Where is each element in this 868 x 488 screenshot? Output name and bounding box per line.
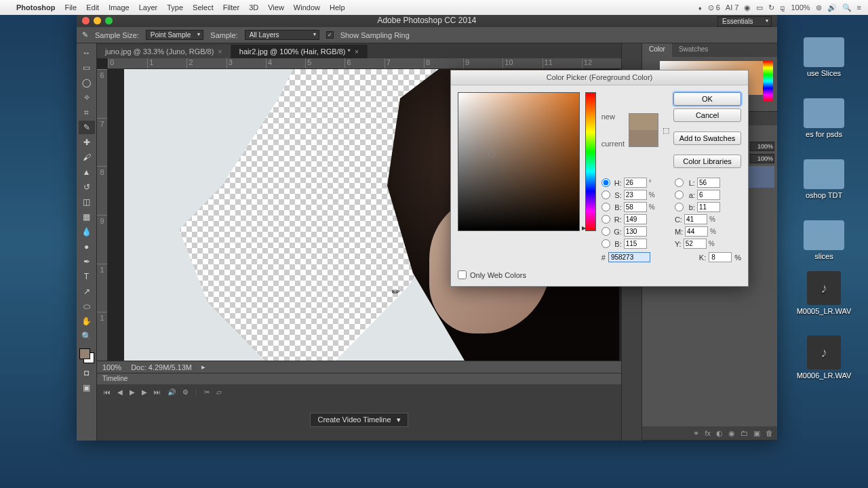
menu-window[interactable]: Window [294, 3, 320, 12]
menuextra-ai[interactable]: AI 7 [726, 3, 739, 12]
color-preview[interactable] [629, 113, 658, 147]
quickmask-icon[interactable]: ◘ [79, 366, 95, 380]
tl-settings-icon[interactable]: ⚙ [182, 388, 189, 396]
b-radio[interactable] [601, 203, 610, 211]
group-icon[interactable]: 🗀 [741, 429, 748, 437]
menuextra-display-icon[interactable]: ▭ [756, 3, 763, 12]
color-libraries-button[interactable]: Color Libraries [673, 155, 741, 168]
y-input[interactable] [684, 239, 707, 249]
r-radio[interactable] [601, 215, 610, 224]
tl-transition-icon[interactable]: ▱ [216, 388, 222, 396]
screenmode-icon[interactable]: ▣ [79, 381, 95, 394]
history-brush-tool[interactable]: ↺ [79, 180, 95, 194]
tl-last-icon[interactable]: ⏭ [154, 388, 161, 396]
c-input[interactable] [684, 214, 707, 224]
shape-tool[interactable]: ⬭ [79, 300, 95, 313]
create-video-timeline-button[interactable]: Create Video Timeline▾ [310, 413, 408, 427]
menu-type[interactable]: Type [167, 3, 183, 12]
cancel-button[interactable]: Cancel [673, 108, 741, 122]
menuextra-spotlight-icon[interactable]: 🔍 [842, 3, 852, 12]
menu-3d[interactable]: 3D [249, 3, 258, 12]
opacity-input[interactable] [750, 142, 774, 151]
marquee-tool[interactable]: ▭ [79, 61, 95, 75]
web-colors-checkbox[interactable] [458, 270, 467, 279]
heal-tool[interactable]: ✚ [79, 136, 95, 149]
brush-tool[interactable]: 🖌 [79, 150, 95, 164]
menu-view[interactable]: View [268, 3, 284, 12]
menu-select[interactable]: Select [193, 3, 214, 12]
menuextra-cloud[interactable]: ⊙ 6 [708, 3, 720, 12]
foreground-color[interactable] [79, 348, 90, 359]
move-tool[interactable]: ↔ [79, 46, 95, 60]
tl-play-icon[interactable]: ▶ [130, 388, 135, 396]
l-input[interactable] [697, 178, 720, 188]
saturation-field[interactable] [458, 92, 580, 231]
menuextra-evernote-icon[interactable]: ◉ [744, 3, 751, 12]
bb-radio[interactable] [675, 203, 684, 211]
doc-size[interactable]: Doc: 4.29M/5.13M [131, 363, 192, 371]
menu-layer[interactable]: Layer [139, 3, 158, 12]
b2-radio[interactable] [601, 239, 610, 248]
wand-tool[interactable]: ✧ [79, 91, 95, 104]
app-name[interactable]: Photoshop [16, 3, 55, 12]
menuextra-bluetooth-icon[interactable]: ⚼ [780, 3, 785, 12]
hue-slider[interactable]: ▶ [585, 92, 596, 231]
zoom-tool[interactable]: 🔍 [79, 329, 95, 343]
fx-icon[interactable]: fx [705, 429, 711, 437]
menuextra-notifications-icon[interactable]: ≡ [857, 3, 861, 12]
add-swatches-button[interactable]: Add to Swatches [673, 131, 741, 145]
b2-input[interactable] [624, 239, 647, 249]
a-input[interactable] [697, 190, 720, 200]
menuextra-volume-icon[interactable]: 🔊 [827, 3, 837, 12]
zoom-level[interactable]: 100% [102, 363, 121, 371]
path-tool[interactable]: ↗ [79, 285, 95, 298]
menuextra-wifi-icon[interactable]: ⊚ [816, 3, 822, 12]
menuextra-sync-icon[interactable]: ↻ [768, 3, 774, 12]
menu-image[interactable]: Image [108, 3, 130, 12]
doc-tab-hair2[interactable]: hair2.jpg @ 100% (Hair, RGB/8) *× [231, 45, 368, 58]
lasso-tool[interactable]: ◯ [79, 76, 95, 89]
color-tab[interactable]: Color [642, 43, 672, 57]
swatches-tab[interactable]: Swatches [672, 43, 715, 57]
adjustment-icon[interactable]: ◉ [728, 429, 735, 438]
dodge-tool[interactable]: ● [79, 240, 95, 253]
tl-next-icon[interactable]: ▶ [142, 388, 147, 396]
l-radio[interactable] [675, 178, 684, 187]
dialog-title[interactable]: Color Picker (Foreground Color) [451, 70, 748, 85]
sample-select[interactable]: All Layers [245, 30, 319, 40]
doc-tab-juno[interactable]: juno.jpg @ 33.3% (Juno, RGB/8)× [97, 45, 231, 58]
a-radio[interactable] [675, 190, 684, 199]
desktop-file[interactable]: ♪M0005_LR.WAV [793, 271, 854, 315]
menu-edit[interactable]: Edit [86, 3, 99, 12]
menu-help[interactable]: Help [330, 3, 345, 12]
ruler-vertical[interactable]: 678911 [97, 69, 108, 361]
s-input[interactable] [624, 190, 647, 200]
desktop-file[interactable]: ♪M0006_LR.WAV [793, 336, 854, 380]
b-input[interactable] [624, 202, 647, 212]
s-radio[interactable] [601, 190, 610, 199]
hex-input[interactable] [608, 252, 650, 262]
fill-input[interactable] [750, 154, 774, 163]
blur-tool[interactable]: 💧 [79, 225, 95, 239]
type-tool[interactable]: T [79, 270, 95, 283]
menuextra-battery[interactable]: 100% [791, 3, 810, 12]
h-input[interactable] [624, 178, 647, 188]
eraser-tool[interactable]: ◫ [79, 195, 95, 209]
cube-icon[interactable]: ⬚ [663, 126, 669, 135]
pen-tool[interactable]: ✒ [79, 255, 95, 268]
sample-size-select[interactable]: Point Sample [146, 30, 203, 40]
hue-strip[interactable] [763, 61, 773, 102]
k-input[interactable] [709, 252, 732, 262]
workspace-select[interactable]: Essentials [717, 16, 772, 26]
tl-split-icon[interactable]: ✂ [204, 388, 210, 396]
new-layer-icon[interactable]: ▣ [753, 429, 760, 438]
chevron-down-icon[interactable]: ▾ [397, 415, 401, 424]
desktop-folder[interactable]: oshop TDT [793, 159, 854, 199]
hand-tool[interactable]: ✋ [79, 314, 95, 328]
menu-filter[interactable]: Filter [223, 3, 239, 12]
link-icon[interactable]: ⚭ [693, 429, 699, 438]
desktop-folder[interactable]: use Slices [793, 37, 854, 77]
current-color-swatch[interactable] [629, 130, 658, 146]
eyedropper-tool[interactable]: ✎ [79, 121, 95, 134]
desktop-folder[interactable]: es for psds [793, 98, 854, 138]
